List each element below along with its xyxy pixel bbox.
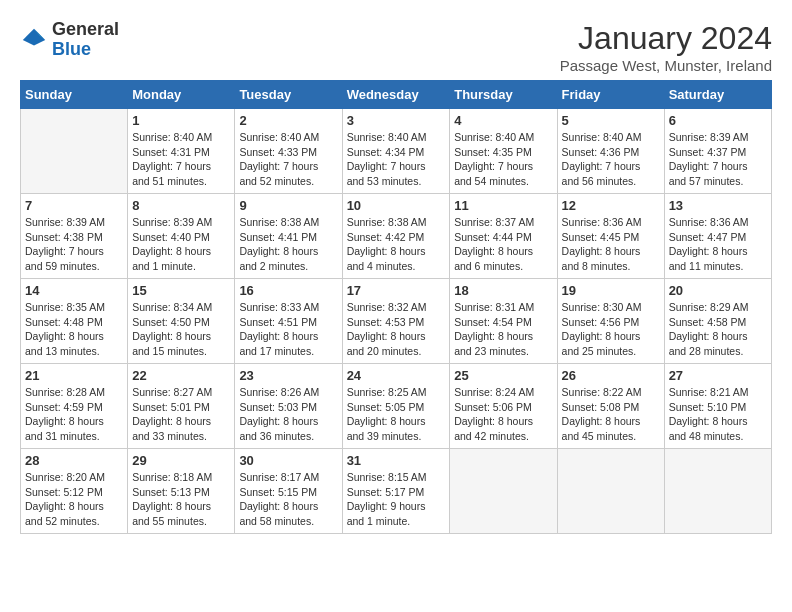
logo-icon <box>20 26 48 54</box>
day-number: 3 <box>347 113 446 128</box>
day-info: Sunrise: 8:40 AMSunset: 4:35 PMDaylight:… <box>454 130 552 189</box>
week-row-4: 21Sunrise: 8:28 AMSunset: 4:59 PMDayligh… <box>21 364 772 449</box>
day-info: Sunrise: 8:29 AMSunset: 4:58 PMDaylight:… <box>669 300 767 359</box>
logo-blue: Blue <box>52 39 91 59</box>
day-number: 1 <box>132 113 230 128</box>
day-info: Sunrise: 8:15 AMSunset: 5:17 PMDaylight:… <box>347 470 446 529</box>
calendar-cell: 26Sunrise: 8:22 AMSunset: 5:08 PMDayligh… <box>557 364 664 449</box>
calendar-cell <box>21 109 128 194</box>
title-block: January 2024 Passage West, Munster, Irel… <box>560 20 772 74</box>
day-info: Sunrise: 8:25 AMSunset: 5:05 PMDaylight:… <box>347 385 446 444</box>
calendar-cell: 12Sunrise: 8:36 AMSunset: 4:45 PMDayligh… <box>557 194 664 279</box>
day-number: 25 <box>454 368 552 383</box>
calendar-cell: 25Sunrise: 8:24 AMSunset: 5:06 PMDayligh… <box>450 364 557 449</box>
calendar-cell: 18Sunrise: 8:31 AMSunset: 4:54 PMDayligh… <box>450 279 557 364</box>
calendar-cell: 16Sunrise: 8:33 AMSunset: 4:51 PMDayligh… <box>235 279 342 364</box>
calendar-cell: 6Sunrise: 8:39 AMSunset: 4:37 PMDaylight… <box>664 109 771 194</box>
week-row-5: 28Sunrise: 8:20 AMSunset: 5:12 PMDayligh… <box>21 449 772 534</box>
calendar-cell <box>450 449 557 534</box>
day-number: 12 <box>562 198 660 213</box>
day-number: 13 <box>669 198 767 213</box>
day-info: Sunrise: 8:38 AMSunset: 4:42 PMDaylight:… <box>347 215 446 274</box>
day-number: 31 <box>347 453 446 468</box>
day-info: Sunrise: 8:39 AMSunset: 4:38 PMDaylight:… <box>25 215 123 274</box>
calendar-cell: 11Sunrise: 8:37 AMSunset: 4:44 PMDayligh… <box>450 194 557 279</box>
day-number: 29 <box>132 453 230 468</box>
calendar-cell: 3Sunrise: 8:40 AMSunset: 4:34 PMDaylight… <box>342 109 450 194</box>
day-number: 23 <box>239 368 337 383</box>
calendar-cell <box>557 449 664 534</box>
day-info: Sunrise: 8:21 AMSunset: 5:10 PMDaylight:… <box>669 385 767 444</box>
calendar-cell: 24Sunrise: 8:25 AMSunset: 5:05 PMDayligh… <box>342 364 450 449</box>
day-info: Sunrise: 8:40 AMSunset: 4:34 PMDaylight:… <box>347 130 446 189</box>
day-info: Sunrise: 8:30 AMSunset: 4:56 PMDaylight:… <box>562 300 660 359</box>
day-header-friday: Friday <box>557 81 664 109</box>
day-header-sunday: Sunday <box>21 81 128 109</box>
calendar-cell: 4Sunrise: 8:40 AMSunset: 4:35 PMDaylight… <box>450 109 557 194</box>
calendar-cell: 14Sunrise: 8:35 AMSunset: 4:48 PMDayligh… <box>21 279 128 364</box>
day-number: 7 <box>25 198 123 213</box>
week-row-1: 1Sunrise: 8:40 AMSunset: 4:31 PMDaylight… <box>21 109 772 194</box>
calendar-cell: 5Sunrise: 8:40 AMSunset: 4:36 PMDaylight… <box>557 109 664 194</box>
calendar-table: SundayMondayTuesdayWednesdayThursdayFrid… <box>20 80 772 534</box>
day-info: Sunrise: 8:36 AMSunset: 4:45 PMDaylight:… <box>562 215 660 274</box>
day-number: 18 <box>454 283 552 298</box>
day-info: Sunrise: 8:40 AMSunset: 4:33 PMDaylight:… <box>239 130 337 189</box>
day-number: 4 <box>454 113 552 128</box>
day-info: Sunrise: 8:28 AMSunset: 4:59 PMDaylight:… <box>25 385 123 444</box>
day-number: 16 <box>239 283 337 298</box>
calendar-cell: 23Sunrise: 8:26 AMSunset: 5:03 PMDayligh… <box>235 364 342 449</box>
day-number: 9 <box>239 198 337 213</box>
calendar-cell <box>664 449 771 534</box>
day-number: 26 <box>562 368 660 383</box>
calendar-cell: 1Sunrise: 8:40 AMSunset: 4:31 PMDaylight… <box>128 109 235 194</box>
month-title: January 2024 <box>560 20 772 57</box>
day-number: 10 <box>347 198 446 213</box>
calendar-cell: 31Sunrise: 8:15 AMSunset: 5:17 PMDayligh… <box>342 449 450 534</box>
day-number: 5 <box>562 113 660 128</box>
day-header-saturday: Saturday <box>664 81 771 109</box>
day-info: Sunrise: 8:40 AMSunset: 4:36 PMDaylight:… <box>562 130 660 189</box>
calendar-cell: 20Sunrise: 8:29 AMSunset: 4:58 PMDayligh… <box>664 279 771 364</box>
calendar-cell: 8Sunrise: 8:39 AMSunset: 4:40 PMDaylight… <box>128 194 235 279</box>
calendar-cell: 13Sunrise: 8:36 AMSunset: 4:47 PMDayligh… <box>664 194 771 279</box>
calendar-cell: 10Sunrise: 8:38 AMSunset: 4:42 PMDayligh… <box>342 194 450 279</box>
day-number: 17 <box>347 283 446 298</box>
day-info: Sunrise: 8:20 AMSunset: 5:12 PMDaylight:… <box>25 470 123 529</box>
day-number: 19 <box>562 283 660 298</box>
calendar-cell: 29Sunrise: 8:18 AMSunset: 5:13 PMDayligh… <box>128 449 235 534</box>
day-info: Sunrise: 8:33 AMSunset: 4:51 PMDaylight:… <box>239 300 337 359</box>
day-header-wednesday: Wednesday <box>342 81 450 109</box>
calendar-cell: 19Sunrise: 8:30 AMSunset: 4:56 PMDayligh… <box>557 279 664 364</box>
page-header: General Blue January 2024 Passage West, … <box>20 20 772 74</box>
calendar-cell: 21Sunrise: 8:28 AMSunset: 4:59 PMDayligh… <box>21 364 128 449</box>
day-info: Sunrise: 8:27 AMSunset: 5:01 PMDaylight:… <box>132 385 230 444</box>
day-info: Sunrise: 8:32 AMSunset: 4:53 PMDaylight:… <box>347 300 446 359</box>
day-info: Sunrise: 8:36 AMSunset: 4:47 PMDaylight:… <box>669 215 767 274</box>
logo: General Blue <box>20 20 119 60</box>
day-number: 22 <box>132 368 230 383</box>
calendar-cell: 27Sunrise: 8:21 AMSunset: 5:10 PMDayligh… <box>664 364 771 449</box>
logo-general: General <box>52 19 119 39</box>
calendar-cell: 28Sunrise: 8:20 AMSunset: 5:12 PMDayligh… <box>21 449 128 534</box>
day-header-tuesday: Tuesday <box>235 81 342 109</box>
week-row-3: 14Sunrise: 8:35 AMSunset: 4:48 PMDayligh… <box>21 279 772 364</box>
day-number: 14 <box>25 283 123 298</box>
day-number: 27 <box>669 368 767 383</box>
day-number: 28 <box>25 453 123 468</box>
calendar-cell: 2Sunrise: 8:40 AMSunset: 4:33 PMDaylight… <box>235 109 342 194</box>
day-info: Sunrise: 8:22 AMSunset: 5:08 PMDaylight:… <box>562 385 660 444</box>
day-number: 8 <box>132 198 230 213</box>
day-info: Sunrise: 8:39 AMSunset: 4:40 PMDaylight:… <box>132 215 230 274</box>
day-number: 15 <box>132 283 230 298</box>
week-row-2: 7Sunrise: 8:39 AMSunset: 4:38 PMDaylight… <box>21 194 772 279</box>
calendar-header-row: SundayMondayTuesdayWednesdayThursdayFrid… <box>21 81 772 109</box>
day-number: 11 <box>454 198 552 213</box>
day-info: Sunrise: 8:37 AMSunset: 4:44 PMDaylight:… <box>454 215 552 274</box>
calendar-cell: 15Sunrise: 8:34 AMSunset: 4:50 PMDayligh… <box>128 279 235 364</box>
day-info: Sunrise: 8:26 AMSunset: 5:03 PMDaylight:… <box>239 385 337 444</box>
day-info: Sunrise: 8:24 AMSunset: 5:06 PMDaylight:… <box>454 385 552 444</box>
calendar-cell: 17Sunrise: 8:32 AMSunset: 4:53 PMDayligh… <box>342 279 450 364</box>
day-number: 20 <box>669 283 767 298</box>
day-header-monday: Monday <box>128 81 235 109</box>
